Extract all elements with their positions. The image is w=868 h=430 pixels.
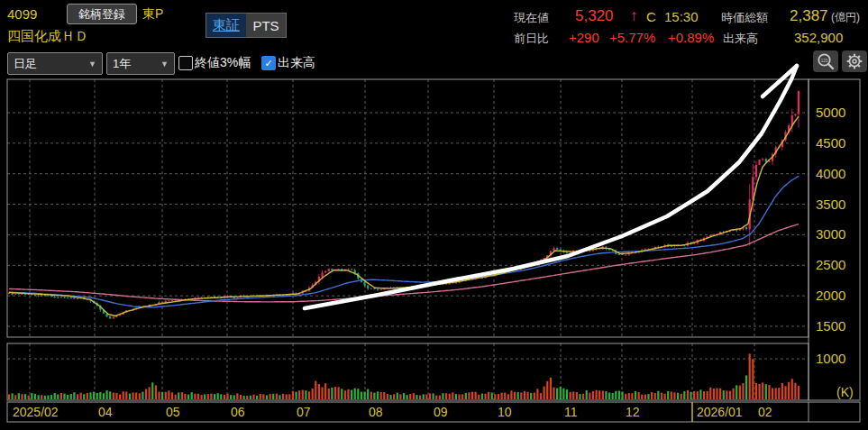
chevron-down-icon: ▼ [88, 59, 96, 69]
pane-borders [7, 79, 860, 422]
close-band-checkbox[interactable] [178, 56, 193, 70]
timeframe-select[interactable]: 日足 ▼ [7, 52, 103, 75]
y-axis-label: 3000 [816, 226, 845, 242]
market-cap-label: 時価総額 [721, 10, 768, 26]
x-axis-label: 11 [564, 405, 578, 419]
trend-arrow-curve [305, 66, 797, 308]
market-cap-unit: (億円) [831, 10, 860, 25]
tab-tosho[interactable]: 東証 [206, 14, 246, 37]
stock-code: 4099 [7, 6, 37, 22]
volume-value: 352,900 [794, 30, 843, 45]
x-axis-label: 09 [434, 405, 448, 419]
x-axis-label: 02 [758, 405, 772, 419]
svg-text:123: 123 [821, 59, 828, 63]
settings-button[interactable] [842, 50, 867, 72]
volume-label: 出来高 [723, 31, 758, 47]
volume-checkbox-label: 出来高 [278, 55, 315, 71]
y-axis-label: 1500 [816, 318, 845, 334]
volume-unit-label: (K) [836, 385, 854, 399]
x-axis-label: 2026/01 [697, 405, 743, 419]
y-axis-label: 5000 [816, 105, 845, 120]
zoom-value-button[interactable]: 123 [813, 50, 838, 72]
exchange-tab-group: 東証 PTS [206, 13, 287, 38]
stock-name: 四国化成ＨＤ [7, 28, 88, 45]
ma-short-line [9, 116, 799, 316]
magnifier-123-icon: 123 [816, 52, 836, 70]
current-price-label: 現在値 [514, 10, 549, 26]
x-axis-labels: 2025/020405060708091011122026/0102 [13, 402, 772, 422]
volume-axis-label: 1000 [816, 351, 845, 366]
volume-bars [8, 353, 799, 399]
change-value: +290 [569, 30, 599, 45]
candlesticks [8, 91, 799, 319]
y-axis-label: 4500 [816, 135, 845, 151]
x-axis-label: 04 [98, 405, 113, 419]
price-up-arrow-icon: ↑ [630, 7, 638, 25]
y-axis-label: 2500 [816, 257, 845, 272]
tab-pts[interactable]: PTS [246, 14, 286, 37]
range-select-value: 1年 [113, 56, 131, 72]
y-axis-label: 3500 [816, 197, 845, 212]
x-axis-label: 10 [498, 405, 512, 419]
chart-gridlines [7, 79, 809, 400]
register-symbol-button[interactable]: 銘柄登録 [67, 4, 137, 24]
trend-arrow-annotation [305, 66, 797, 308]
current-price-value: 5,320 [575, 7, 614, 25]
session-flag: C [646, 9, 656, 24]
y-axis-labels: 500045004000350030002500200015001000(K) [816, 105, 854, 399]
x-axis-label: 05 [166, 405, 180, 419]
close-band-checkbox-label: 終値3%幅 [195, 55, 251, 71]
x-axis-label: 12 [626, 405, 640, 419]
change-percent-alt: +0.89% [668, 30, 714, 45]
quote-time: 15:30 [664, 9, 699, 24]
change-percent: +5.77% [609, 30, 655, 45]
y-axis-label: 4000 [816, 166, 845, 181]
prev-day-change-label: 前日比 [514, 31, 549, 47]
x-axis-label: 07 [297, 405, 311, 419]
stock-chart-app: { "header": { "stock_code": "4099", "reg… [0, 0, 868, 430]
gear-icon [845, 52, 864, 70]
market-badge: 東P [142, 6, 163, 23]
x-axis-label: 2025/02 [13, 405, 59, 419]
timeframe-select-value: 日足 [14, 56, 37, 72]
volume-checkbox[interactable]: ✓ [261, 56, 276, 70]
chevron-down-icon: ▼ [160, 59, 169, 69]
x-axis-label: 06 [231, 405, 245, 419]
x-axis-label: 08 [369, 405, 383, 419]
range-select[interactable]: 1年 ▼ [106, 52, 175, 75]
market-cap-value: 2,387 [790, 7, 828, 25]
y-axis-label: 2000 [816, 288, 845, 303]
